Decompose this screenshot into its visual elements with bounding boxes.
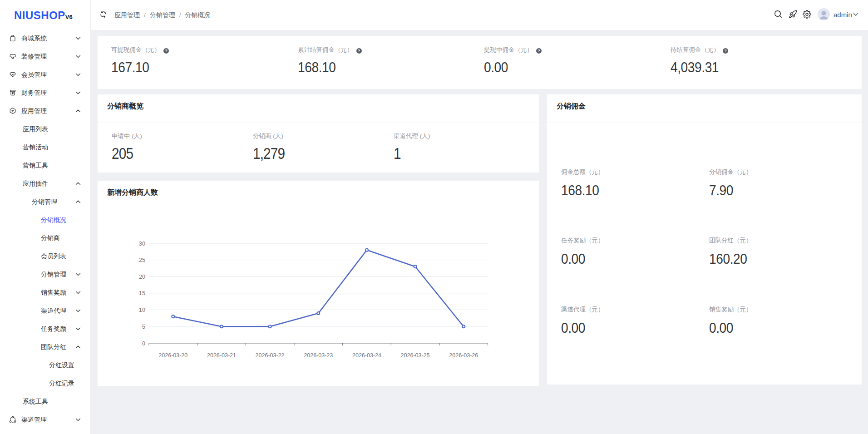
svg-text:15: 15 bbox=[139, 290, 145, 296]
svg-text:2026-03-23: 2026-03-23 bbox=[304, 352, 333, 359]
svg-text:2026-03-20: 2026-03-20 bbox=[158, 352, 187, 359]
svg-text:30: 30 bbox=[139, 241, 145, 247]
svg-text:10: 10 bbox=[139, 307, 145, 313]
svg-text:5: 5 bbox=[142, 324, 145, 330]
svg-text:2026-03-24: 2026-03-24 bbox=[352, 352, 381, 359]
svg-text:2026-03-22: 2026-03-22 bbox=[256, 352, 285, 359]
svg-text:25: 25 bbox=[139, 257, 145, 263]
svg-text:0: 0 bbox=[142, 340, 145, 347]
svg-text:2026-03-25: 2026-03-25 bbox=[401, 352, 430, 359]
svg-text:20: 20 bbox=[139, 274, 145, 280]
svg-text:2026-03-26: 2026-03-26 bbox=[449, 352, 478, 359]
svg-text:2026-03-21: 2026-03-21 bbox=[207, 352, 236, 359]
